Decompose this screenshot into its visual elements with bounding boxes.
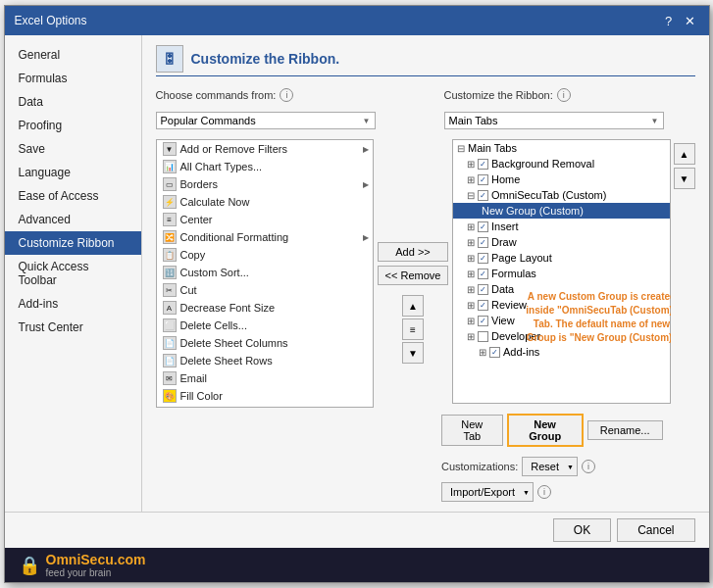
ribbon-tree-item-insert[interactable]: ⊞ Insert — [453, 219, 670, 234]
ok-button[interactable]: OK — [553, 518, 611, 542]
expand-icon[interactable]: ⊞ — [467, 269, 475, 279]
ribbon-tree-item-omnisecutab[interactable]: ⊟ OmniSecuTab (Custom) — [453, 187, 670, 203]
list-item[interactable]: ✂Cut — [157, 281, 374, 299]
expand-icon[interactable]: ⊞ — [467, 300, 475, 311]
list-item[interactable]: ≡Center — [157, 211, 374, 228]
ribbon-checkbox[interactable] — [478, 284, 488, 295]
list-item[interactable]: ✉Email — [157, 369, 374, 387]
ribbon-checkbox[interactable] — [478, 316, 488, 326]
ribbon-select[interactable]: Main Tabs Tool Tabs All Tabs — [444, 112, 664, 129]
sidebar-item-data[interactable]: Data — [5, 90, 141, 114]
ribbon-checkbox[interactable] — [478, 190, 488, 201]
ribbon-tree-item-view[interactable]: ⊞ View — [453, 313, 670, 328]
scroll-down-button[interactable]: ▼ — [402, 342, 424, 364]
ribbon-checkbox[interactable] — [489, 347, 500, 358]
expand-icon[interactable]: ⊟ — [467, 190, 475, 201]
ribbon-tree-item-main-tabs[interactable]: ⊟ Main Tabs — [453, 140, 670, 156]
sidebar-item-trust-center[interactable]: Trust Center — [5, 316, 141, 339]
sidebar-item-advanced[interactable]: Advanced — [5, 208, 141, 231]
list-item[interactable]: ⚡Calculate Now — [157, 193, 374, 211]
rename-button[interactable]: Rename... — [587, 420, 663, 440]
sidebar: General Formulas Data Proofing Save Lang… — [5, 35, 142, 512]
list-item[interactable]: ▼Add or Remove Filters — [157, 140, 374, 158]
list-item[interactable]: 🎨Fill Color — [157, 387, 374, 405]
sidebar-item-customize-ribbon[interactable]: Customize Ribbon — [5, 231, 141, 255]
ribbon-tree-item-data[interactable]: ⊞ Data — [453, 281, 670, 297]
list-item[interactable]: ▭Borders — [157, 175, 374, 193]
ribbon-label-text: Main Tabs — [468, 142, 517, 154]
sidebar-item-quick-access-toolbar[interactable]: Quick Access Toolbar — [5, 255, 141, 292]
add-remove-buttons: Add >> << Remove ▲ ≡ ▼ — [374, 198, 452, 408]
ribbon-up-button[interactable]: ▲ — [674, 143, 695, 165]
ribbon-checkbox[interactable] — [478, 269, 488, 279]
cancel-button[interactable]: Cancel — [617, 518, 694, 542]
expand-icon[interactable]: ⊞ — [467, 221, 475, 232]
list-item[interactable]: 📊All Chart Types... — [157, 158, 374, 175]
sidebar-item-ease-of-access[interactable]: Ease of Access — [5, 184, 141, 208]
section-icon: 🎛 — [156, 45, 183, 73]
scroll-mid-button[interactable]: ≡ — [402, 318, 424, 340]
new-group-button[interactable]: New Group — [507, 414, 584, 447]
ribbon-label-text: Background Removal — [491, 158, 594, 170]
item-icon: ✉ — [163, 371, 177, 385]
add-button[interactable]: Add >> — [378, 242, 448, 262]
ribbon-checkbox[interactable] — [478, 237, 488, 248]
ribbon-tree-item-home[interactable]: ⊞ Home — [453, 172, 670, 187]
ribbon-tree-item-formulas[interactable]: ⊞ Formulas — [453, 266, 670, 281]
expand-icon[interactable]: ⊞ — [467, 237, 475, 248]
import-export-button[interactable]: Import/Export — [441, 482, 534, 502]
list-item[interactable]: 🔀Conditional Formatting — [157, 228, 374, 246]
remove-button[interactable]: << Remove — [378, 266, 448, 285]
ribbon-list[interactable]: ⊟ Main Tabs ⊞ Background Removal ⊞ — [452, 139, 671, 404]
expand-icon[interactable]: ⊞ — [467, 284, 475, 295]
commands-select[interactable]: Popular Commands All Commands Commands N… — [156, 112, 376, 129]
ribbon-tree-item-page-layout[interactable]: ⊞ Page Layout — [453, 250, 670, 266]
help-button[interactable]: ? — [660, 12, 678, 29]
commands-list[interactable]: ▼Add or Remove Filters 📊All Chart Types.… — [156, 139, 375, 408]
ribbon-checkbox[interactable] — [478, 253, 488, 264]
item-icon: 📊 — [163, 160, 177, 173]
expand-icon[interactable]: ⊞ — [467, 253, 475, 264]
item-icon: 🎨 — [163, 389, 177, 403]
ribbon-label-text: Home — [491, 173, 520, 185]
ribbon-tree-item-draw[interactable]: ⊞ Draw — [453, 234, 670, 250]
expand-icon[interactable]: ⊞ — [479, 347, 486, 358]
list-item[interactable]: 📄Delete Sheet Columns — [157, 334, 374, 352]
ribbon-down-button[interactable]: ▼ — [674, 168, 695, 189]
ribbon-tree-item-new-group[interactable]: New Group (Custom) — [453, 203, 670, 219]
ribbon-tree-item-bg-removal[interactable]: ⊞ Background Removal — [453, 156, 670, 172]
list-item[interactable]: ADecrease Font Size — [157, 299, 374, 317]
sidebar-item-language[interactable]: Language — [5, 161, 141, 184]
expand-icon[interactable]: ⊞ — [467, 159, 475, 170]
ribbon-label: Customize the Ribbon: — [444, 89, 553, 101]
ribbon-checkbox[interactable] — [478, 331, 488, 342]
list-item[interactable]: AFont — [157, 405, 374, 408]
expand-icon[interactable]: ⊞ — [467, 174, 475, 185]
close-button[interactable]: ✕ — [682, 12, 699, 29]
sidebar-item-general[interactable]: General — [5, 43, 141, 67]
scroll-up-button[interactable]: ▲ — [402, 295, 424, 317]
new-tab-button[interactable]: New Tab — [441, 415, 503, 446]
expand-icon[interactable]: ⊞ — [467, 316, 475, 326]
ribbon-tree-item-developer[interactable]: ⊞ Developer — [453, 328, 670, 344]
reset-button[interactable]: Reset — [522, 457, 578, 476]
sidebar-item-proofing[interactable]: Proofing — [5, 114, 141, 137]
ribbon-tree-item-review[interactable]: ⊞ Review — [453, 297, 670, 313]
ribbon-checkbox[interactable] — [478, 300, 488, 311]
expand-icon[interactable]: ⊟ — [457, 143, 465, 154]
list-item[interactable]: ⬜Delete Cells... — [157, 317, 374, 334]
list-item[interactable]: 📋Copy — [157, 246, 374, 264]
ribbon-checkbox[interactable] — [478, 221, 488, 232]
sidebar-item-add-ins[interactable]: Add-ins — [5, 292, 141, 316]
ribbon-checkbox[interactable] — [478, 159, 488, 170]
ribbon-label-text: Formulas — [491, 268, 536, 279]
commands-select-wrapper: Popular Commands All Commands Commands N… — [156, 112, 376, 129]
ribbon-checkbox[interactable] — [478, 174, 488, 185]
sidebar-item-save[interactable]: Save — [5, 137, 141, 161]
ribbon-tree-item-addins[interactable]: ⊞ Add-ins — [453, 344, 670, 360]
expand-icon[interactable]: ⊞ — [467, 331, 475, 342]
list-item[interactable]: 🔢Custom Sort... — [157, 264, 374, 281]
ribbon-label-text: View — [491, 315, 515, 326]
sidebar-item-formulas[interactable]: Formulas — [5, 67, 141, 90]
list-item[interactable]: 📄Delete Sheet Rows — [157, 352, 374, 369]
